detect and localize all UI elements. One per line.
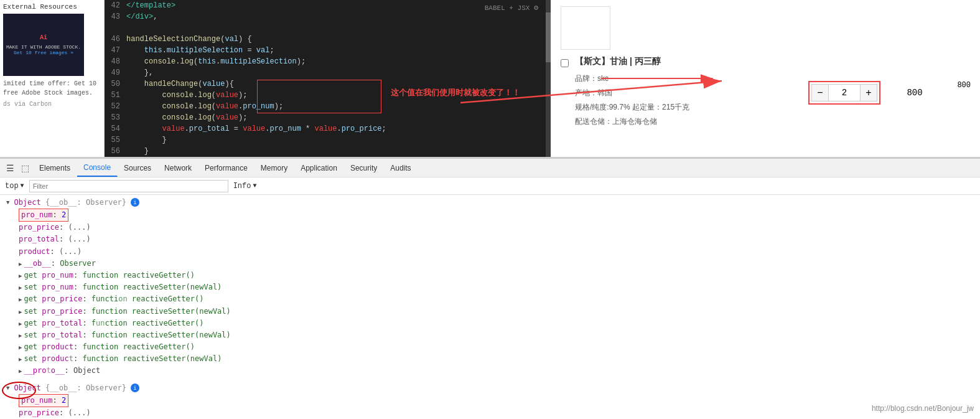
obj-prop-get-price: ▶get pro_price: function reactiveGetter(… bbox=[19, 293, 974, 305]
qty-increase-button[interactable]: + bbox=[860, 84, 877, 101]
obj-prop-set-price: ▶set pro_price: function reactiveSetter(… bbox=[19, 306, 974, 318]
sidebar-title: External Resources bbox=[3, 3, 101, 11]
code-line: 43 </div>, bbox=[105, 11, 551, 22]
tab-memory[interactable]: Memory bbox=[254, 159, 294, 177]
obj-prop-get-total: ▶get pro_total: function reactiveGetter(… bbox=[19, 318, 974, 329]
obj-prop-price: pro_price: (...) bbox=[19, 222, 974, 233]
code-lines: 42 </template> 43 </div>, 46 handleSelec… bbox=[105, 0, 551, 157]
gear-icon[interactable]: ⚙ bbox=[534, 3, 541, 11]
code-line: 46 handleSelectionChange(val) { bbox=[105, 34, 551, 45]
obj-prop-get-pro-num: ▶get pro_num: function reactiveGetter() bbox=[19, 270, 974, 281]
info-badge-2: i bbox=[131, 384, 139, 392]
code-line-52: 52 console.log(value.pro_num); bbox=[105, 101, 551, 112]
sidebar-ad-text: MAKE IT WITH ADOBE STOCK. bbox=[6, 44, 81, 50]
object-header-1[interactable]: ▼ Object {__ob__: Observer} i bbox=[6, 198, 974, 207]
context-selector[interactable]: top ▼ bbox=[5, 182, 24, 191]
tab-audits[interactable]: Audits bbox=[384, 159, 418, 177]
obj-prop-set-total: ▶set pro_total: function reactiveSetter(… bbox=[19, 329, 974, 341]
babel-badge: BABEL + JSX ⚙ bbox=[485, 3, 541, 12]
code-scrollbar[interactable] bbox=[546, 0, 551, 157]
context-dropdown-icon[interactable]: ▼ bbox=[21, 182, 24, 189]
sidebar-offer-text: imited time offer: Get 10 free Adobe Sto… bbox=[3, 79, 101, 98]
code-editor: BABEL + JSX ⚙ 42 </template> 43 </div>, … bbox=[105, 0, 551, 157]
annotation-text: 这个值在我们使用时就被改变了！！ bbox=[391, 87, 520, 98]
tab-elements[interactable]: Elements bbox=[33, 159, 77, 177]
tab-sources[interactable]: Sources bbox=[118, 159, 158, 177]
obj-prop-get-product: ▶get product: function reactiveGetter() bbox=[19, 341, 974, 353]
sidebar-ad: Ai MAKE IT WITH ADOBE STOCK. Get 10 free… bbox=[3, 14, 84, 76]
filter-input[interactable] bbox=[29, 180, 228, 192]
watermark: http://blog.csdn.net/Bonjour_jw bbox=[872, 404, 974, 413]
product-spec: 规格/纯度:99.7% 起定量：215千克 bbox=[575, 102, 802, 113]
info-badge-1: i bbox=[131, 198, 139, 207]
left-sidebar: External Resources Ai MAKE IT WITH ADOBE… bbox=[0, 0, 105, 157]
highlight-box-2: pro_num: 2 bbox=[19, 394, 68, 407]
code-line-55: 55 } bbox=[105, 134, 551, 146]
obj-prop-proto: ▶__proto__: Object bbox=[19, 365, 974, 377]
object-label-2: Object {__ob__: Observer} bbox=[14, 384, 126, 392]
console-output: ▼ Object {__ob__: Observer} i pro_num: 2… bbox=[0, 195, 980, 419]
console-object-1: ▼ Object {__ob__: Observer} i pro_num: 2… bbox=[6, 198, 974, 377]
obj-prop-product: product: (...) bbox=[19, 246, 974, 258]
product-details: 【斯文】甘油 | 丙三醇 品牌：skc 产地：韩国 规格/纯度:99.7% 起定… bbox=[575, 56, 802, 131]
scrollbar-thumb[interactable] bbox=[546, 12, 551, 62]
obj-prop-set-product: ▶set product: function reactiveSetter(ne… bbox=[19, 353, 974, 365]
expand-arrow-2[interactable]: ▼ bbox=[6, 385, 9, 391]
total-price: 800 bbox=[940, 81, 971, 90]
obj-prop-price-2: pro_price: (...) bbox=[19, 407, 974, 419]
log-level-selector[interactable]: Info ▼ bbox=[233, 182, 257, 191]
code-line-54: 54 value.pro_total = value.pro_num * val… bbox=[105, 123, 551, 134]
qty-value: 2 bbox=[829, 84, 860, 101]
tab-console[interactable]: Console bbox=[77, 159, 118, 177]
qty-with-arrow: − 2 + bbox=[808, 81, 880, 105]
console-object-2: ▼ Object {__ob__: Observer} i pro_num: 2… bbox=[6, 384, 974, 419]
product-warehouse: 配送仓储：上海仓海仓储 bbox=[575, 116, 802, 127]
context-label: top bbox=[5, 182, 19, 191]
console-toolbar: top ▼ Info ▼ bbox=[0, 177, 980, 195]
sidebar-credit: ds via Carbon bbox=[3, 101, 101, 108]
devtools-cursor-icon[interactable]: ☰ bbox=[3, 161, 17, 175]
code-line: 42 </template> bbox=[105, 0, 551, 11]
product-title: 【斯文】甘油 | 丙三醇 bbox=[575, 56, 802, 67]
tab-performance[interactable]: Performance bbox=[198, 159, 254, 177]
obj-prop-total: pro_total: (...) bbox=[19, 233, 974, 245]
qty-decrease-button[interactable]: − bbox=[811, 84, 829, 101]
product-image bbox=[561, 6, 610, 50]
devtools-inspect-icon[interactable]: ⬚ bbox=[18, 161, 32, 175]
product-checkbox[interactable] bbox=[561, 59, 569, 67]
obj-prop-set-pro-num: ▶set pro_num: function reactiveSetter(ne… bbox=[19, 281, 974, 293]
right-panel: 【斯文】甘油 | 丙三醇 品牌：skc 产地：韩国 规格/纯度:99.7% 起定… bbox=[551, 0, 980, 157]
log-level-icon[interactable]: ▼ bbox=[253, 182, 256, 189]
object-header-2[interactable]: ▼ Object {__ob__: Observer} i bbox=[6, 384, 974, 392]
devtools: ☰ ⬚ Elements Console Sources Network Per… bbox=[0, 158, 980, 419]
code-line-56: 56 } bbox=[105, 146, 551, 157]
tab-network[interactable]: Network bbox=[158, 159, 198, 177]
obj-prop-highlighted: pro_num: 2 bbox=[19, 209, 974, 222]
qty-area: − 2 + 800 bbox=[808, 81, 933, 105]
object-label-1: Object {__ob__: Observer} bbox=[14, 198, 126, 207]
highlight-box-1: pro_num: 2 bbox=[19, 209, 68, 222]
code-line: 48 console.log(this.multipleSelection); bbox=[105, 56, 551, 67]
qty-wrapper: − 2 + bbox=[808, 81, 880, 105]
sidebar-ad-subtext: Get 10 free images » bbox=[6, 50, 81, 55]
obj-prop-highlighted-2: pro_num: 2 bbox=[19, 394, 974, 407]
tab-application[interactable]: Application bbox=[294, 159, 344, 177]
product-row: 【斯文】甘油 | 丙三醇 品牌：skc 产地：韩国 规格/纯度:99.7% 起定… bbox=[551, 56, 980, 137]
product-brand: 品牌：skc bbox=[575, 73, 802, 84]
code-line: 47 this.multipleSelection = val; bbox=[105, 45, 551, 56]
tab-security[interactable]: Security bbox=[344, 159, 384, 177]
unit-price: 800 bbox=[896, 84, 933, 101]
expand-arrow-1[interactable]: ▼ bbox=[6, 199, 9, 205]
devtools-tabs: Elements Console Sources Network Perform… bbox=[33, 159, 418, 177]
code-line: 49 }, bbox=[105, 67, 551, 78]
code-line bbox=[105, 22, 551, 34]
code-line-53: 53 console.log(value); bbox=[105, 112, 551, 123]
log-level-label: Info bbox=[233, 182, 251, 191]
obj-prop-ob: ▶__ob__: Observer bbox=[19, 258, 974, 270]
devtools-toolbar: ☰ ⬚ Elements Console Sources Network Per… bbox=[0, 159, 980, 177]
product-origin: 产地：韩国 bbox=[575, 88, 802, 98]
